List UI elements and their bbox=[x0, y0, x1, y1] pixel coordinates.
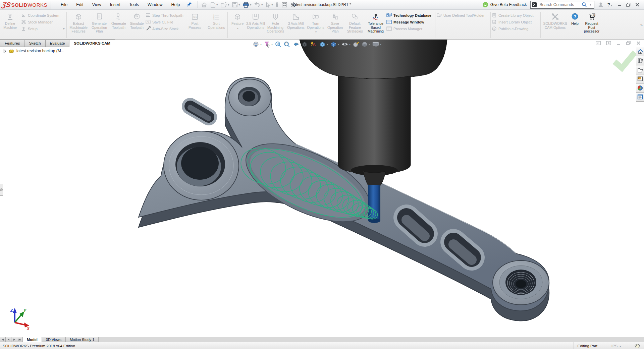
confirm-check-icon[interactable] bbox=[614, 52, 635, 68]
hide-show-items-icon[interactable]: ▾ bbox=[341, 41, 351, 48]
save-operation-plan-button[interactable]: Save Operation Plan bbox=[325, 11, 345, 39]
new-file-button[interactable]: ▾ bbox=[209, 1, 219, 9]
menu-edit[interactable]: Edit bbox=[72, 1, 87, 8]
mouse-gestures-icon[interactable] bbox=[274, 1, 280, 8]
pin-menu-icon[interactable] bbox=[187, 1, 192, 8]
tab-sketch[interactable]: Sketch bbox=[24, 40, 45, 47]
dynamic-annotation-views-icon[interactable]: A bbox=[310, 41, 317, 48]
pane-left-icon[interactable] bbox=[596, 41, 601, 45]
graphics-area[interactable]: Z Y X Features Sketch Evaluate SOLIDWORK… bbox=[0, 40, 644, 337]
section-view-icon[interactable] bbox=[301, 41, 308, 48]
tag-icon[interactable] bbox=[631, 342, 644, 349]
tab-model[interactable]: Model bbox=[23, 337, 42, 342]
file-explorer-icon[interactable] bbox=[636, 65, 644, 74]
message-window-button[interactable]: Message Window bbox=[386, 19, 434, 24]
beta-feedback-button[interactable]: Give Beta Feedback bbox=[482, 2, 527, 8]
hole-machining-button[interactable]: Hole Machining Operations bbox=[265, 11, 286, 39]
coordinate-system-button[interactable]: Coordinate System bbox=[21, 13, 65, 18]
edit-appearance-icon[interactable] bbox=[352, 41, 360, 48]
tab-features[interactable]: Features bbox=[0, 40, 24, 47]
custom-properties-icon[interactable] bbox=[636, 93, 644, 102]
extract-machinable-features-button[interactable]: Extract Machinable Features bbox=[68, 11, 89, 39]
technology-database-button[interactable]: Technology Database bbox=[386, 13, 434, 18]
default-feature-strategies-button[interactable]: Default Feature Strategies bbox=[345, 11, 365, 39]
view-palette-icon[interactable] bbox=[636, 74, 644, 83]
doc-restore-icon[interactable] bbox=[626, 41, 631, 45]
apply-scene-icon[interactable]: ▾ bbox=[361, 41, 370, 48]
display-style-icon[interactable]: ▾ bbox=[330, 41, 339, 48]
restore-button[interactable] bbox=[626, 3, 631, 7]
doc-minimize-icon[interactable] bbox=[616, 41, 621, 45]
post-process-button[interactable]: G1 Post Process bbox=[186, 11, 204, 39]
feature-tree-root[interactable]: latest revision backup (M... bbox=[3, 49, 64, 53]
print-button[interactable]: ▾ bbox=[241, 1, 252, 9]
feature-button[interactable]: Feature ▾ bbox=[229, 11, 246, 39]
menu-view[interactable]: View bbox=[89, 1, 105, 8]
user-account-icon[interactable] bbox=[598, 2, 604, 8]
setup-dropdown[interactable]: ▾ bbox=[63, 26, 65, 31]
settings-gear-button[interactable]: ▾ bbox=[289, 1, 300, 9]
turn-operations-button[interactable]: Turn Operations ▾ bbox=[306, 11, 325, 39]
solidworks-resources-icon[interactable] bbox=[636, 47, 644, 56]
search-commands-box[interactable]: ▾ bbox=[530, 1, 594, 9]
stock-manager-button[interactable]: Stock Manager bbox=[21, 19, 65, 24]
menu-insert[interactable]: Insert bbox=[106, 1, 124, 8]
search-dropdown[interactable]: ▾ bbox=[590, 3, 591, 6]
menu-tools[interactable]: Tools bbox=[125, 1, 143, 8]
save-cl-file-button[interactable]: CL Save CL File bbox=[146, 19, 186, 24]
home-button[interactable] bbox=[200, 1, 208, 9]
process-manager-button[interactable]: Process Manager bbox=[386, 26, 434, 31]
view-carousel-icon[interactable]: ▾ bbox=[252, 41, 262, 48]
generate-operation-plan-button[interactable]: Generate Operation Plan bbox=[89, 11, 109, 39]
simulate-toolpath-button[interactable]: Simulate Toolpath bbox=[128, 11, 146, 39]
save-button[interactable]: ▾ bbox=[231, 1, 241, 8]
pane-right-icon[interactable] bbox=[606, 41, 611, 45]
tolerance-based-machining-button[interactable]: Tolerance Based Machining bbox=[365, 11, 386, 39]
tab-3d-views[interactable]: 3D Views bbox=[42, 337, 66, 342]
doc-close-icon[interactable] bbox=[636, 41, 641, 45]
undo-button[interactable]: ▾ bbox=[253, 1, 264, 8]
help-button[interactable]: ? Help bbox=[569, 11, 581, 39]
expand-arrow-icon[interactable] bbox=[3, 49, 6, 53]
previous-view-icon[interactable] bbox=[292, 41, 300, 48]
insert-library-object-button[interactable]: Insert Library Object bbox=[492, 19, 539, 24]
setup-button[interactable]: Setup ▾ bbox=[21, 26, 65, 31]
request-post-processor-button[interactable]: G1 Request Post processor bbox=[581, 11, 602, 39]
appearances-scenes-icon[interactable] bbox=[636, 83, 644, 93]
menu-help[interactable]: Help bbox=[168, 1, 184, 8]
3-axis-mill-button[interactable]: 3 Axis Mill Operations bbox=[286, 11, 306, 39]
sort-operations-button[interactable]: 123 Sort Operations bbox=[206, 11, 226, 39]
ribbon-expand-chevron[interactable]: » bbox=[640, 22, 643, 27]
tab-solidworks-cam[interactable]: SOLIDWORKS CAM bbox=[69, 40, 115, 47]
selection-filter-icon[interactable]: ▾ bbox=[263, 41, 273, 48]
first-tab-button[interactable] bbox=[0, 337, 6, 342]
close-button[interactable] bbox=[635, 3, 639, 7]
user-defined-tool-holder-button[interactable]: User Defined Tool/Holder bbox=[436, 13, 489, 18]
last-tab-button[interactable] bbox=[17, 337, 23, 342]
25-axis-mill-button[interactable]: 2.5 Axis Mill Operations bbox=[246, 11, 265, 39]
previous-tab-button[interactable] bbox=[6, 337, 11, 342]
auto-size-stock-button[interactable]: Auto-Size Stock bbox=[146, 26, 186, 31]
small-bore-hole[interactable] bbox=[243, 91, 255, 102]
zoom-to-area-icon[interactable] bbox=[283, 41, 290, 48]
design-library-icon[interactable] bbox=[636, 56, 644, 65]
slot-cutout[interactable] bbox=[453, 242, 472, 260]
search-input[interactable] bbox=[539, 2, 580, 7]
select-cursor-button[interactable]: ▾ bbox=[264, 1, 274, 8]
solidworks-cam-options-button[interactable]: SOLIDWORKS CAM Options bbox=[542, 11, 569, 39]
slot-cutout[interactable] bbox=[407, 218, 425, 236]
open-file-button[interactable]: ▾ bbox=[219, 1, 230, 9]
view-settings-icon[interactable]: ▾ bbox=[372, 41, 382, 48]
model-viewport[interactable]: Z Y X bbox=[0, 40, 644, 337]
units-selector[interactable]: IPS▴ bbox=[601, 342, 631, 349]
tab-motion-study[interactable]: Motion Study 1 bbox=[66, 337, 99, 342]
feature-dropdown[interactable]: ▾ bbox=[237, 27, 238, 30]
options-list-button[interactable] bbox=[280, 1, 288, 8]
next-tab-button[interactable] bbox=[11, 337, 17, 342]
zoom-to-fit-icon[interactable] bbox=[274, 41, 282, 48]
tab-evaluate[interactable]: Evaluate bbox=[46, 40, 70, 47]
large-bore-hole[interactable] bbox=[181, 147, 219, 180]
create-library-object-button[interactable]: Create Library Object bbox=[492, 13, 539, 18]
step-thru-toolpath-button[interactable]: Step Thru Toolpath bbox=[146, 13, 186, 18]
publish-edrawing-button[interactable]: e Publish e-Drawing bbox=[492, 26, 539, 31]
